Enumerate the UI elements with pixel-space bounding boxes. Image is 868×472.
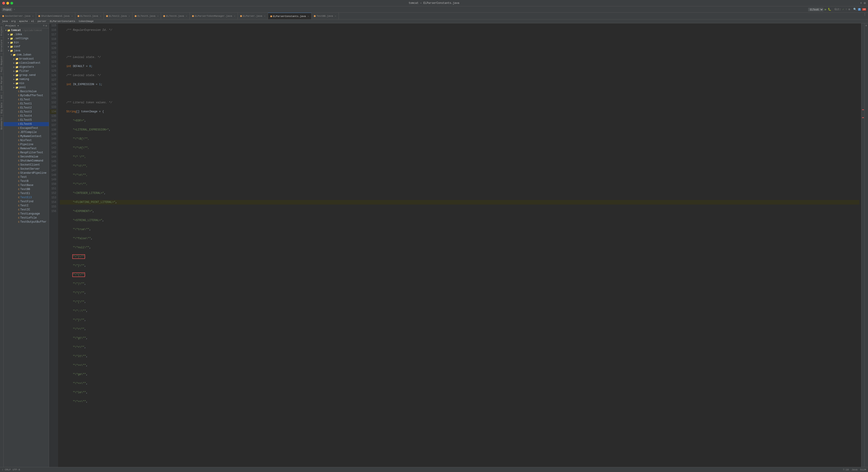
tab-eltest5[interactable]: ELTest5.java ✕ xyxy=(132,13,161,20)
tree-standardpipeline[interactable]: C StandardPipeline xyxy=(4,171,49,175)
project-button[interactable]: Project xyxy=(2,8,12,11)
tree-bytebuffertest[interactable]: C ByteBufferTest xyxy=(4,94,49,98)
pull-request-tab[interactable]: Pull Request xyxy=(0,54,3,74)
tab-socket-server[interactable]: SocketServer.java ✕ xyxy=(0,13,36,20)
close-button[interactable] xyxy=(2,2,5,4)
tree-eltest2-file[interactable]: C ELTest2 xyxy=(4,106,49,110)
settings-icon[interactable]: ⚙ xyxy=(864,1,866,5)
tree-testic[interactable]: C TestIC xyxy=(4,208,49,212)
tree-group-send[interactable]: ▶ 📁 group.send xyxy=(4,73,49,77)
tab-close-elparserconstants[interactable]: ✕ xyxy=(308,15,309,18)
nav-org[interactable]: org xyxy=(11,20,16,23)
tree-broadcast[interactable]: ▶ 📁 broadcast xyxy=(4,57,49,61)
tree-settings-icon[interactable]: ⚙ xyxy=(45,24,47,27)
tab-elparser-constants[interactable]: ELParserConstants.java ✕ xyxy=(268,13,312,20)
tab-close-eltest6[interactable]: ✕ xyxy=(186,15,187,18)
tree-bin[interactable]: ▶ 📁 bin xyxy=(4,40,49,45)
nav-parser[interactable]: parser xyxy=(37,20,46,23)
tree-eltest[interactable]: C ELTest xyxy=(4,98,49,102)
tree-conf[interactable]: ▶ 📁 conf xyxy=(4,45,49,49)
tree-removetest[interactable]: C RemoveTest xyxy=(4,146,49,150)
tree-eltest5-file[interactable]: C ELTest5 xyxy=(4,118,49,122)
json-parser-tab[interactable]: Json Parser xyxy=(0,74,3,93)
nav-el[interactable]: el xyxy=(31,20,34,23)
tree-eltest4[interactable]: C ELTest4 xyxy=(4,114,49,118)
run-icon[interactable]: ▶ xyxy=(825,7,827,11)
structure-tab[interactable]: Structure xyxy=(0,38,3,54)
tree-classloadtest[interactable]: ▶ 📁 classloadtest xyxy=(4,61,49,65)
tree-testbb-file[interactable]: C TestBB xyxy=(4,187,49,191)
tab-eltest2[interactable]: ELTest2.java ✕ xyxy=(104,13,132,20)
big-data-tab[interactable]: Big Data xyxy=(0,101,3,115)
tree-testbase[interactable]: C TestBase xyxy=(4,183,49,187)
tree-testoutputbuffer[interactable]: C TestOutputBuffer xyxy=(4,220,49,224)
window-controls[interactable] xyxy=(2,2,13,4)
editor-scroll[interactable]: 115 116 117 118 119 120 121 122 123 124 … xyxy=(49,23,864,467)
nav-class[interactable]: ELParserConstants xyxy=(50,20,75,23)
maximize-button[interactable] xyxy=(10,2,13,4)
tab-close-socket-server[interactable]: ✕ xyxy=(32,15,34,18)
scrollbar-gutter[interactable] xyxy=(861,23,864,467)
tab-close-eltest3[interactable]: ✕ xyxy=(100,15,101,18)
tree-settings[interactable]: ▶ 📁 .settings xyxy=(4,36,49,40)
tree-testel[interactable]: C TestEl xyxy=(4,191,49,196)
tree-naming[interactable]: ▶ 📁 naming xyxy=(4,77,49,81)
tree-testlanguage[interactable]: C TestLanguage xyxy=(4,212,49,216)
share-icon[interactable]: ⬆ xyxy=(860,1,862,5)
tab-close-testbb[interactable]: ✕ xyxy=(335,15,336,18)
tree-mynamecontext[interactable]: C MyNameContext xyxy=(4,134,49,138)
tab-close-elparser[interactable]: ✕ xyxy=(264,15,266,18)
tree-testlefcle[interactable]: C TestLefcle xyxy=(4,216,49,220)
tree-testel3[interactable]: C TestEl3 xyxy=(4,196,49,200)
tree-test[interactable]: C Test xyxy=(4,175,49,179)
tree-basicvalue[interactable]: C BasicValue xyxy=(4,90,49,94)
tree-pool[interactable]: ▶ 📁 pool xyxy=(4,86,49,90)
tree-socketserver-file[interactable]: C SocketServer xyxy=(4,167,49,171)
debug-icon[interactable]: 🐛 xyxy=(828,8,831,11)
tree-pipeline[interactable]: C Pipeline xyxy=(4,142,49,146)
nav-apache[interactable]: apache xyxy=(19,20,28,23)
tab-shutdwn-command[interactable]: ShutdwnCommand.java ✕ xyxy=(36,13,75,20)
run-config-select[interactable]: ELTest6 xyxy=(808,8,823,11)
tree-nio[interactable]: ▶ 📁 nio xyxy=(4,81,49,86)
search-icon[interactable]: 🔍 xyxy=(853,8,857,11)
tree-eltest6-file[interactable]: C ELTest6 xyxy=(4,122,49,126)
tree-java[interactable]: ▼ 📁 java xyxy=(4,49,49,53)
minimize-button[interactable] xyxy=(6,2,9,4)
more-tabs-button[interactable]: ⋮ xyxy=(862,13,868,19)
tab-close-shutdwn[interactable]: ✕ xyxy=(71,15,73,18)
tree-escapedtest[interactable]: C EscapedTest xyxy=(4,126,49,130)
tree-jdtcompile[interactable]: C JDTCompile xyxy=(4,130,49,134)
tab-close-eltest5[interactable]: ✕ xyxy=(157,15,158,18)
tree-niotest[interactable]: C NioTest xyxy=(4,138,49,142)
tree-eltest1[interactable]: C ELTest1 xyxy=(4,102,49,106)
tab-elparser-token-manager[interactable]: ELParserTokenManager.java ✕ xyxy=(190,13,238,20)
tree-shutdwncommand-file[interactable]: C ShutdwnCommand xyxy=(4,159,49,163)
tree-secondvalue[interactable]: C SecondValue xyxy=(4,155,49,159)
tab-eltest3[interactable]: ELTest3.java ✕ xyxy=(75,13,104,20)
tree-testb[interactable]: C TestB xyxy=(4,179,49,183)
nav-java[interactable]: java xyxy=(2,20,8,23)
tree-root-tomcat[interactable]: ▼ 📁 tomcat ~/gitlab/tomcat xyxy=(4,28,49,32)
code-content[interactable]: /** RegularExpression Id. */ /** Lexical… xyxy=(58,23,861,467)
tab-elparser[interactable]: ELParser.java ✕ xyxy=(238,13,268,20)
tree-digesterx[interactable]: ▶ 📁 digesterx xyxy=(4,65,49,69)
tree-testfind[interactable]: C TestFind xyxy=(4,200,49,204)
nav-field[interactable]: tokenImage xyxy=(79,20,94,23)
right-icon-1[interactable]: ⚙ xyxy=(866,24,867,27)
tab-testbb[interactable]: TestBB.java ✕ xyxy=(312,13,339,20)
project-tab[interactable]: Project xyxy=(0,24,3,38)
tab-eltest6[interactable]: ELTest6.java ✕ xyxy=(161,13,190,20)
bookmarks-tab[interactable]: Bookmarks xyxy=(0,115,3,131)
tree-filter[interactable]: ▶ 📁 filter xyxy=(4,69,49,73)
collapse-all-icon[interactable]: ≡ xyxy=(43,24,45,27)
tree-eltest3-file[interactable]: C ELTest3 xyxy=(4,110,49,114)
tree-com-luban[interactable]: ▼ 📁 com.luban xyxy=(4,53,49,57)
tree-respfiltertest[interactable]: C RespFilterTest xyxy=(4,150,49,155)
tab-close-eltest2[interactable]: ✕ xyxy=(129,15,130,18)
tab-close-eltokenmanager[interactable]: ✕ xyxy=(234,15,236,18)
tree-idea[interactable]: ▶ 📁 .idea xyxy=(4,32,49,36)
ant-tab[interactable]: Ant xyxy=(0,93,3,101)
tree-socketclient[interactable]: C SocketClient xyxy=(4,163,49,167)
tree-testi[interactable]: C TestI xyxy=(4,204,49,208)
